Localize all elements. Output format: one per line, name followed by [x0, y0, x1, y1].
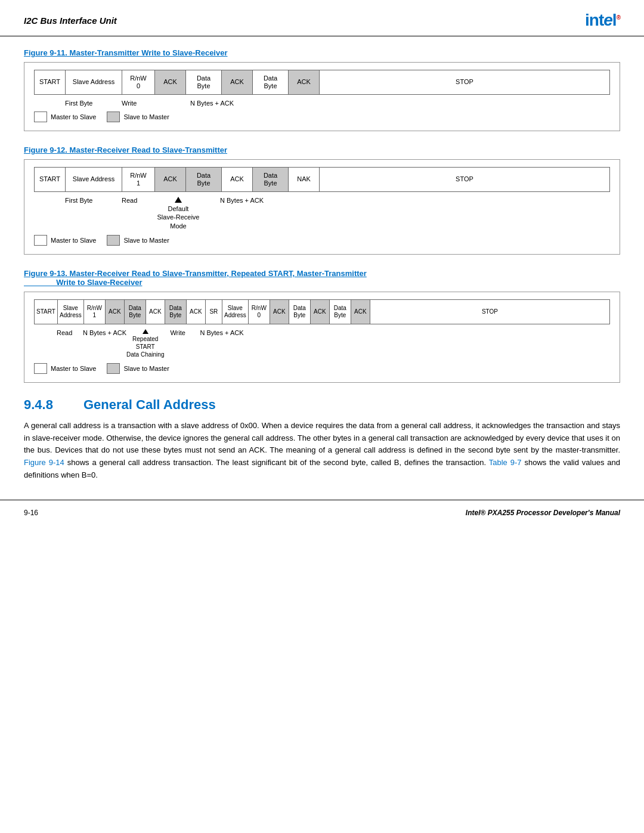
- fig11-cell-rnw: R/nW0: [122, 70, 155, 94]
- fig11-cell-stop: STOP: [320, 70, 609, 94]
- fig12-legend: Master to Slave Slave to Master: [34, 235, 610, 246]
- fig13-sr: SR: [206, 300, 222, 324]
- fig11-inner: START Slave Address R/nW0 ACK DataByte A…: [34, 70, 610, 122]
- fig12-cell-start: START: [35, 168, 66, 191]
- fig12-protocol-row: START Slave Address R/nW1 ACK DataByte A…: [34, 167, 610, 192]
- fig13-stop: STOP: [370, 300, 609, 324]
- fig12-legend-gray-label: Slave to Master: [123, 237, 169, 244]
- page-footer: 9-16 Intel® PXA255 Processor Developer's…: [0, 500, 644, 525]
- fig13-ann-nbytes2: N Bytes + ACK: [200, 329, 247, 336]
- fig13-legend-gray-label: Slave to Master: [123, 365, 169, 372]
- fig12-ann-default: DefaultSlave-ReceiveMode: [157, 205, 200, 230]
- section-number: 9.4.8: [24, 397, 72, 413]
- fig13-ann-read: Read: [57, 329, 83, 336]
- fig11-legend-slave: Slave to Master: [107, 112, 169, 122]
- fig13-ack4: ACK: [270, 300, 289, 324]
- fig11-protocol-row: START Slave Address R/nW0 ACK DataByte A…: [34, 70, 610, 95]
- figure-12-diagram: START Slave Address R/nW1 ACK DataByte A…: [24, 159, 620, 255]
- fig11-legend-gray-box: [107, 112, 120, 122]
- fig13-legend-white-box: [34, 363, 47, 374]
- fig12-annotations: First Byte Read DefaultSlave-ReceiveMode…: [65, 197, 610, 230]
- fig13-ack3: ACK: [187, 300, 206, 324]
- fig13-data1: DataByte: [125, 300, 146, 324]
- fig11-legend: Master to Slave Slave to Master: [34, 112, 610, 122]
- fig12-legend-white-label: Master to Slave: [51, 237, 96, 244]
- fig11-cell-ack2: ACK: [222, 70, 253, 94]
- fig12-cell-data1: DataByte: [186, 168, 222, 191]
- fig11-legend-master: Master to Slave: [34, 112, 96, 122]
- fig11-ann-first-byte: First Byte: [65, 100, 122, 107]
- fig13-legend-slave: Slave to Master: [107, 363, 169, 374]
- fig13-ann-repeated: RepeatedSTARTData Chaining: [126, 335, 164, 358]
- fig13-inner: START SlaveAddress R/nW1 ACK DataByte AC…: [34, 299, 610, 374]
- fig12-legend-white-box: [34, 235, 47, 246]
- fig13-legend: Master to Slave Slave to Master: [34, 363, 610, 374]
- figure-11-title: Figure 9-11. Master-Transmitter Write to…: [24, 48, 620, 57]
- fig13-data4: DataByte: [330, 300, 351, 324]
- section-body: A general call address is a transaction …: [24, 420, 620, 482]
- fig12-cell-data2: DataByte: [253, 168, 289, 191]
- fig11-legend-white-label: Master to Slave: [51, 113, 96, 120]
- fig12-ann-nbytes: N Bytes + ACK: [220, 197, 264, 204]
- fig13-arrow-area: RepeatedSTARTData Chaining: [126, 329, 164, 358]
- fig13-data2: DataByte: [165, 300, 187, 324]
- intel-logo: intel®: [585, 11, 620, 30]
- link-table-9-7[interactable]: Table 9-7: [489, 458, 522, 467]
- page-number: 9-16: [24, 509, 38, 517]
- fig11-ann-write: Write: [122, 100, 154, 107]
- fig11-legend-gray-label: Slave to Master: [123, 113, 169, 120]
- fig12-cell-stop: STOP: [320, 168, 609, 191]
- fig13-ack1: ACK: [106, 300, 125, 324]
- fig11-cell-ack1: ACK: [155, 70, 186, 94]
- fig13-ann-write: Write: [170, 329, 200, 336]
- fig11-cell-start: START: [35, 70, 66, 94]
- link-figure-9-14[interactable]: Figure 9-14: [24, 458, 64, 467]
- fig13-legend-white-label: Master to Slave: [51, 365, 96, 372]
- fig12-cell-ack2: ACK: [222, 168, 253, 191]
- page-header: I2C Bus Interface Unit intel®: [0, 0, 644, 36]
- fig12-cell-ack1: ACK: [155, 168, 186, 191]
- header-title: I2C Bus Interface Unit: [24, 16, 117, 26]
- fig13-arrow-up: [143, 329, 148, 334]
- fig11-cell-data1: DataByte: [186, 70, 222, 94]
- fig12-arrow-area: DefaultSlave-ReceiveMode: [154, 197, 202, 230]
- figure-13-diagram: START SlaveAddress R/nW1 ACK DataByte AC…: [24, 292, 620, 383]
- fig13-slave-addr1: SlaveAddress: [58, 300, 84, 324]
- fig12-cell-slave-addr: Slave Address: [66, 168, 122, 191]
- footer-title: Intel® PXA255 Processor Developer's Manu…: [466, 509, 620, 517]
- fig13-slave-addr2: SlaveAddress: [222, 300, 249, 324]
- fig13-ack5: ACK: [311, 300, 330, 324]
- fig13-ack2: ACK: [146, 300, 165, 324]
- fig12-inner: START Slave Address R/nW1 ACK DataByte A…: [34, 167, 610, 246]
- fig13-data3: DataByte: [289, 300, 311, 324]
- fig13-rnw2: R/nW0: [249, 300, 270, 324]
- fig13-annotations: Read N Bytes + ACK RepeatedSTARTData Cha…: [57, 329, 610, 358]
- fig12-ann-read: Read: [122, 197, 154, 204]
- figure-11-diagram: START Slave Address R/nW0 ACK DataByte A…: [24, 62, 620, 131]
- section-948-heading: 9.4.8 General Call Address: [24, 397, 620, 413]
- figure-13-title: Figure 9-13. Master-Receiver Read to Sla…: [24, 269, 620, 287]
- fig13-title-text: Figure 9-13. Master-Receiver Read to Sla…: [24, 269, 367, 287]
- fig13-ann-nbytes1: N Bytes + ACK: [83, 329, 126, 336]
- fig12-arrow-up: [175, 197, 182, 203]
- fig12-legend-slave: Slave to Master: [107, 235, 169, 246]
- fig12-cell-nak: NAK: [289, 168, 320, 191]
- fig13-start: START: [35, 300, 58, 324]
- figure-12-title: Figure 9-12. Master-Receiver Read to Sla…: [24, 145, 620, 154]
- fig11-legend-white-box: [34, 112, 47, 122]
- fig11-cell-ack3: ACK: [289, 70, 320, 94]
- fig13-rnw1: R/nW1: [84, 300, 106, 324]
- main-content: Figure 9-11. Master-Transmitter Write to…: [0, 48, 644, 482]
- fig12-ann-first-byte: First Byte: [65, 197, 122, 204]
- fig13-protocol-row: START SlaveAddress R/nW1 ACK DataByte AC…: [34, 299, 610, 324]
- fig11-annotations: First Byte Write N Bytes + ACK: [65, 100, 610, 107]
- fig12-legend-master: Master to Slave: [34, 235, 96, 246]
- fig13-legend-master: Master to Slave: [34, 363, 96, 374]
- fig11-cell-slave-addr: Slave Address: [66, 70, 122, 94]
- fig13-ack6: ACK: [351, 300, 370, 324]
- fig11-ann-nbytes: N Bytes + ACK: [190, 100, 234, 107]
- section-title: General Call Address: [83, 397, 216, 413]
- fig12-legend-gray-box: [107, 235, 120, 246]
- fig12-cell-rnw: R/nW1: [122, 168, 155, 191]
- fig13-legend-gray-box: [107, 363, 120, 374]
